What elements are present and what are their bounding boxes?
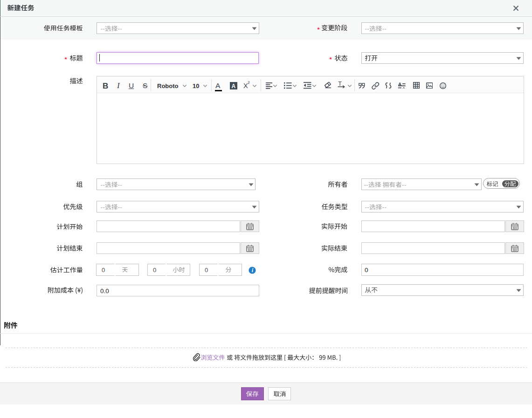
svg-text:i: i xyxy=(251,267,253,274)
svg-text:T: T xyxy=(338,81,342,87)
